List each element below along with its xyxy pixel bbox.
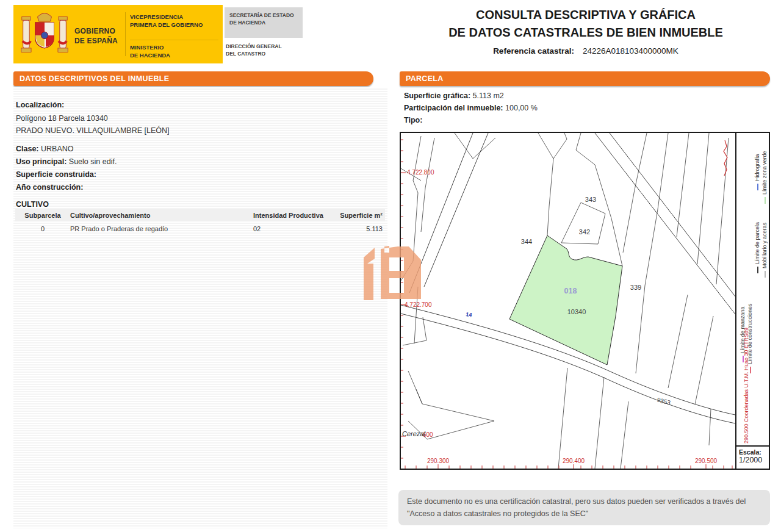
parcel-label-339: 339 [630,284,641,291]
logo-divider [125,12,126,56]
col-superficie: Superficie m² [331,212,385,219]
cultivo-table-header: Subparcela Cultivo/aprovechamiento Inten… [15,209,385,221]
clase-field: Clase: URBANO [16,145,74,153]
parcel-map-svg: 4.722.800 4.722.700 600 Cerezal 290.300 … [401,133,735,469]
tipo-field: Tipo: [404,116,422,124]
parcela-section-header: PARCELA [400,71,770,86]
reference-label: Referencia catastral: [493,46,574,56]
escala-value: 1/2000 [739,456,766,464]
coord-x-290400: 290.400 [563,458,585,464]
ministry-separator [130,40,218,40]
parcel-label-343: 343 [585,196,596,203]
localizacion-line-1: Polígono 18 Parcela 10340 [16,114,108,123]
ano-construccion-field: Año construcción: [16,183,83,192]
government-logo-block: GOBIERNO DE ESPAÑA VICEPRESIDENCIA PRIME… [13,5,223,63]
limite-construcciones-dash-icon [750,367,751,373]
col-subparcela: Subparcela [15,212,70,219]
cadastral-document-page: GOBIERNO DE ESPAÑA VICEPRESIDENCIA PRIME… [0,0,781,532]
col-cultivo: Cultivo/aprovechamiento [70,212,253,219]
zona-verde-dash-icon [765,197,766,204]
disclaimer-note: Este documento no es una certificación c… [398,490,770,525]
direccion-general-label: DIRECCIÓN GENERAL DEL CATASTRO [226,43,304,58]
title-line-1: CONSULTA DESCRIPTIVA Y GRÁFICA [401,6,770,24]
legend-zona-verde: Límite zona verde [761,151,768,204]
watermark-logo-icon [361,239,422,303]
grid-ticks-bottom [405,464,732,469]
spain-coat-of-arms-icon [21,9,68,60]
coord-y-4722800: 4.722.800 [407,169,434,176]
participacion-field: Participación del inmueble: 100,00 % [404,104,538,112]
limite-parcela-dash-icon [757,267,758,273]
coord-x-290500: 290.500 [695,458,718,464]
place-label-cerezal: Cerezal [402,430,425,437]
col-intensidad: Intensidad Productiva [253,212,331,219]
reference-value: 24226A018103400000MK [583,46,678,56]
parcel-label-344: 344 [521,238,532,245]
cultivo-table: Subparcela Cultivo/aprovechamiento Inten… [15,209,385,235]
parcel-label-9353: 9353 [657,397,672,406]
parcel-label-342: 342 [579,228,590,235]
document-title: CONSULTA DESCRIPTIVA Y GRÁFICA DE DATOS … [401,6,770,56]
parcela-label-10340: 10340 [567,308,586,315]
legend-hidrografia: Hidrografía [754,154,760,190]
north-mark [724,140,727,176]
coord-x-290300: 290.300 [427,458,450,464]
utm-coordinate-note: 290.500 Coordenadas U.T.M. Huso 30 ETRS8… [743,328,749,444]
gobierno-de-espana-label: GOBIERNO DE ESPAÑA [74,27,118,46]
subparcela-label-018: 018 [564,287,577,295]
ministerio-label: MINISTERIO DE HACIENDA [130,44,221,60]
escala-label: Escala: [739,448,766,456]
left-section-header: DATOS DESCRIPTIVOS DEL INMUEBLE [13,71,373,86]
cultivo-title: CULTIVO [16,200,49,209]
cadastral-reference: Referencia catastral:24226A018103400000M… [401,46,770,56]
mobiliario-dash-icon [765,271,766,278]
vicepresidencia-label: VICEPRESIDENCIA PRIMERA DEL GOBIERNO [130,13,221,29]
uso-principal-field: Uso principal: Suelo sin edif. [16,157,117,166]
legend-mobiliario-aceras: Mobiliario y aceras [761,223,768,278]
secretaria-box: SECRETARÍA DE ESTADO DE HACIENDA [225,7,303,38]
cadastral-map: 4.722.800 4.722.700 600 Cerezal 290.300 … [400,132,736,470]
cultivo-table-row: 0 PR Prado o Praderas de regadío 02 5.11… [15,221,385,235]
localizacion-label: Localización: [16,101,64,109]
scale-box: Escala: 1/2000 [735,445,770,470]
highlighted-parcel-018 [509,235,622,365]
legend-limite-parcela: Límite de parcela [754,222,760,273]
superficie-construida-field: Superficie construida: [16,170,96,179]
title-line-2: DE DATOS CATASTRALES DE BIEN INMUEBLE [401,24,770,41]
road-label-14: 14 [466,311,472,318]
descriptive-data-panel: Localización: Polígono 18 Parcela 10340 … [13,87,387,528]
superficie-grafica-field: Superficie gráfica: 5.113 m2 [404,92,504,100]
localizacion-line-2: PRADO NUEVO. VILLAQUILAMBRE [LEÓN] [16,126,169,135]
hidrografia-dash-icon [757,184,758,190]
